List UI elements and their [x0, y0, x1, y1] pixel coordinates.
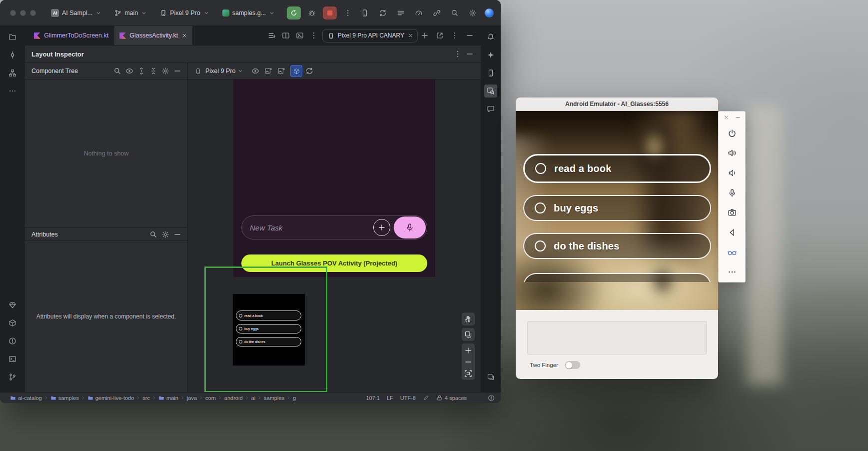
- attributes-settings-button[interactable]: [159, 228, 171, 240]
- device-link-button[interactable]: [431, 7, 443, 19]
- pov-todo-item[interactable]: read a book: [236, 310, 301, 320]
- collapse-all-button[interactable]: [147, 65, 159, 77]
- version-control-button[interactable]: [6, 370, 19, 384]
- logcat-button[interactable]: [395, 7, 407, 19]
- hide-device-panel-button[interactable]: [464, 30, 476, 42]
- debug-button[interactable]: [306, 7, 318, 19]
- view-options-button[interactable]: [249, 65, 261, 77]
- glasses-pov-preview[interactable]: read a book buy eggs do the dishes: [233, 294, 305, 366]
- breadcrumb-item[interactable]: samples: [50, 395, 79, 401]
- close-window-button[interactable]: [10, 10, 16, 16]
- profile-avatar[interactable]: [485, 8, 494, 18]
- minimize-icon[interactable]: [735, 114, 741, 120]
- export-snapshot-button[interactable]: [275, 65, 287, 77]
- inspector-options-button[interactable]: [452, 48, 464, 60]
- breadcrumb-item[interactable]: g: [293, 395, 296, 401]
- hide-inspector-button[interactable]: [464, 48, 476, 60]
- tab-glimmertodoscreen[interactable]: GlimmerToDoScreen.kt: [29, 26, 113, 45]
- inspections-status-icon[interactable]: [488, 394, 495, 402]
- commit-tool-button[interactable]: [6, 48, 19, 62]
- structure-tool-button[interactable]: [6, 66, 19, 80]
- profiler-button[interactable]: [413, 7, 425, 19]
- rerun-button[interactable]: [287, 6, 301, 20]
- checkbox-circle-icon[interactable]: [535, 202, 546, 214]
- line-separator-widget[interactable]: LF: [387, 395, 393, 401]
- cursor-position-widget[interactable]: 107:1: [366, 395, 380, 401]
- minimize-window-button[interactable]: [20, 10, 26, 16]
- layer-mode-button[interactable]: [462, 328, 475, 341]
- component-tree-area[interactable]: Nothing to show: [25, 80, 187, 228]
- breadcrumb-item[interactable]: main: [158, 395, 178, 401]
- refresh-view-button[interactable]: [303, 65, 315, 77]
- layout-inspector-button[interactable]: [484, 84, 497, 98]
- indent-widget[interactable]: 4 spaces: [436, 394, 467, 401]
- sync-project-button[interactable]: [377, 7, 389, 19]
- emulator-titlebar[interactable]: Android Emulator - AI_Glasses:5556: [516, 98, 718, 111]
- running-devices-tool-button[interactable]: [484, 370, 497, 384]
- close-icon[interactable]: [724, 114, 729, 120]
- whats-new-button[interactable]: [6, 298, 19, 312]
- branch-selector[interactable]: main: [110, 8, 151, 18]
- problems-tool-button[interactable]: [6, 334, 19, 348]
- run-config-selector[interactable]: samples.g...: [218, 8, 279, 18]
- notifications-button[interactable]: [484, 30, 497, 44]
- snapshot-button[interactable]: [262, 65, 274, 77]
- breadcrumb-item[interactable]: src: [142, 395, 150, 401]
- breadcrumb-item[interactable]: java: [187, 395, 197, 401]
- add-task-button[interactable]: [373, 219, 390, 236]
- mic-button[interactable]: [722, 183, 742, 203]
- editor-more-button[interactable]: [308, 30, 320, 42]
- device-selector[interactable]: Pixel 9 Pro: [156, 8, 213, 18]
- gesture-input-area[interactable]: [527, 321, 707, 354]
- hide-tree-button[interactable]: [171, 65, 183, 77]
- search-everywhere-button[interactable]: [449, 7, 461, 19]
- launch-glasses-button[interactable]: Launch Glasses POV Activity (Projected): [241, 254, 427, 272]
- add-device-button[interactable]: [419, 30, 431, 42]
- hide-attributes-button[interactable]: [171, 228, 183, 240]
- app-insights-button[interactable]: [484, 102, 497, 116]
- gemini-button[interactable]: [484, 48, 497, 62]
- project-tool-button[interactable]: [6, 30, 19, 44]
- tab-glassesactivity[interactable]: GlassesActivity.kt: [114, 26, 192, 45]
- close-tab-icon[interactable]: [408, 33, 413, 38]
- editor-list-button[interactable]: [266, 30, 278, 42]
- device-panel-more-button[interactable]: [449, 30, 461, 42]
- running-devices-button[interactable]: [359, 7, 371, 19]
- zoom-in-button[interactable]: [462, 344, 475, 356]
- expand-all-button[interactable]: [135, 65, 147, 77]
- breadcrumb-item[interactable]: com: [205, 395, 216, 401]
- breadcrumb-item[interactable]: ai: [251, 395, 256, 401]
- dependencies-button[interactable]: [6, 316, 19, 330]
- voice-input-button[interactable]: [394, 216, 426, 238]
- chevron-down-icon[interactable]: [237, 68, 243, 74]
- breadcrumb-item[interactable]: gemini-live-todo: [87, 395, 134, 401]
- more-tools-button[interactable]: [6, 84, 19, 98]
- close-tab-icon[interactable]: [181, 32, 187, 38]
- ar-todo-item[interactable]: buy eggs: [523, 195, 711, 221]
- volume-down-button[interactable]: [722, 163, 742, 183]
- attributes-search-button[interactable]: [147, 228, 159, 240]
- tab-running-device[interactable]: Pixel 9 Pro API CANARY: [322, 29, 418, 42]
- breadcrumb-item[interactable]: android: [224, 395, 243, 401]
- split-editor-button[interactable]: [280, 30, 292, 42]
- stop-button[interactable]: [323, 6, 337, 20]
- power-button[interactable]: [722, 124, 742, 144]
- encoding-widget[interactable]: UTF-8: [400, 395, 416, 401]
- project-selector[interactable]: AI AI Sampl...: [47, 7, 105, 19]
- settings-button[interactable]: [467, 7, 479, 19]
- open-in-window-button[interactable]: [434, 30, 446, 42]
- pov-todo-item[interactable]: buy eggs: [236, 324, 301, 334]
- ar-todo-item[interactable]: do the dishes: [523, 233, 711, 259]
- more-run-actions-button[interactable]: [342, 7, 354, 19]
- breadcrumb-item[interactable]: samples: [264, 395, 284, 401]
- zoom-window-button[interactable]: [30, 10, 36, 16]
- zoom-out-button[interactable]: [462, 356, 475, 368]
- tree-settings-button[interactable]: [159, 65, 171, 77]
- back-button[interactable]: [722, 222, 742, 242]
- tree-search-button[interactable]: [111, 65, 123, 77]
- device-render-area[interactable]: New Task Launch Glasses POV Activity (Pr…: [188, 80, 481, 392]
- glasses-mode-button[interactable]: [722, 242, 742, 262]
- ar-todo-item-focused[interactable]: read a book: [523, 154, 711, 183]
- pan-mode-button[interactable]: [462, 312, 475, 326]
- preview-button[interactable]: [294, 30, 306, 42]
